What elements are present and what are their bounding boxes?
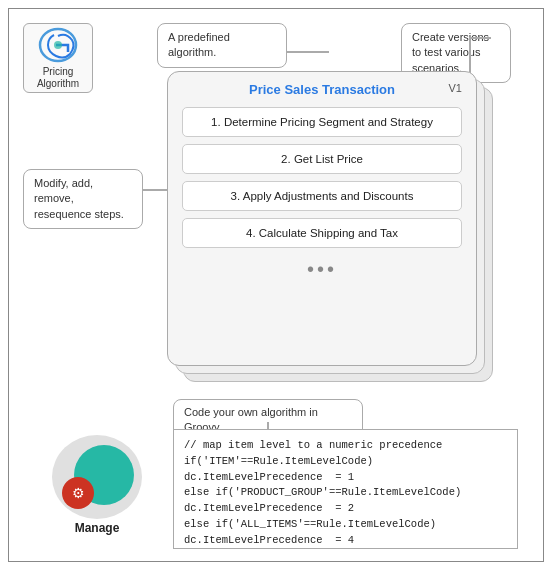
step-4[interactable]: 4. Calculate Shipping and Tax — [182, 218, 462, 248]
version-stack: V3 V2 Price Sales Transaction V1 1. Dete… — [167, 71, 487, 381]
callout-predefined-text: A predefined algorithm. — [168, 31, 230, 58]
card-v1: Price Sales Transaction V1 1. Determine … — [167, 71, 477, 366]
more-steps-dots: ••• — [168, 252, 476, 281]
groovy-label: Pricing Algorithm — [37, 66, 79, 90]
groovy-icon — [36, 26, 80, 64]
manage-circle-outer: ⚙ — [52, 435, 142, 519]
callout-modify-text: Modify, add, remove, resequence steps. — [34, 177, 124, 220]
callout-modify: Modify, add, remove, resequence steps. — [23, 169, 143, 229]
step-list: 1. Determine Pricing Segment and Strateg… — [168, 103, 476, 252]
outer-border: Pricing Algorithm A predefined algorithm… — [8, 8, 544, 562]
svg-point-1 — [54, 41, 62, 49]
step-2[interactable]: 2. Get List Price — [182, 144, 462, 174]
groovy-logo: Pricing Algorithm — [23, 23, 93, 93]
card-title: Price Sales Transaction — [168, 72, 476, 103]
manage-area[interactable]: ⚙ Manage — [37, 435, 157, 535]
step-3[interactable]: 3. Apply Adjustments and Discounts — [182, 181, 462, 211]
manage-gear-icon: ⚙ — [72, 485, 85, 501]
code-content: // map item level to a numeric precedenc… — [184, 438, 507, 549]
manage-circle-red: ⚙ — [62, 477, 94, 509]
manage-label: Manage — [75, 521, 120, 535]
connector-versions-h — [471, 37, 491, 39]
step-1[interactable]: 1. Determine Pricing Segment and Strateg… — [182, 107, 462, 137]
connector-versions-v — [469, 37, 471, 73]
connector-predefined — [287, 51, 329, 53]
card-v1-version-label: V1 — [449, 82, 462, 94]
code-box: // map item level to a numeric precedenc… — [173, 429, 518, 549]
callout-predefined: A predefined algorithm. — [157, 23, 287, 68]
